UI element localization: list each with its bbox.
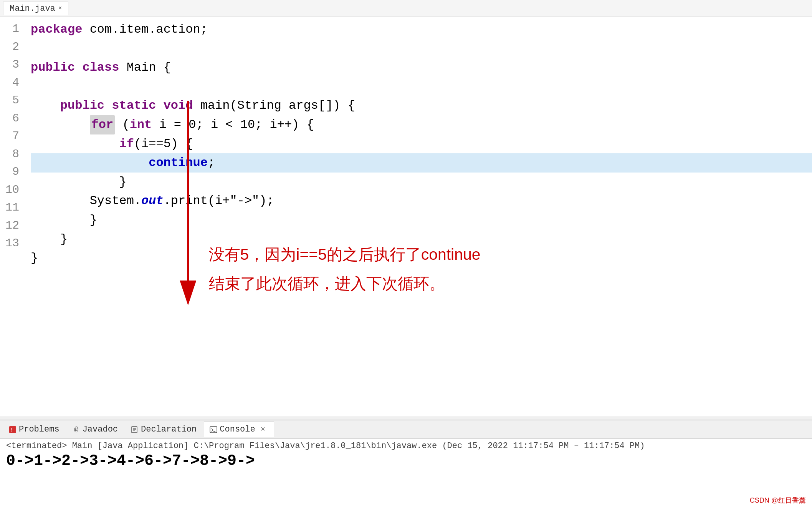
main-java-tab[interactable]: Main.java × — [3, 2, 68, 15]
code-line-2 — [31, 39, 812, 58]
code-editor: 1 2 3 4 5◦ 6 7 8 9 10 11 12 13 package c… — [0, 17, 812, 420]
console-output-text: 0->1->2->3->4->6->7->8->9-> — [6, 452, 806, 470]
tab-javadoc-label: Javadoc — [83, 425, 118, 434]
code-line-9: } — [31, 173, 812, 192]
tab-problems-label: Problems — [19, 425, 60, 434]
code-line-1: package com.item.action; — [31, 20, 812, 39]
tab-declaration[interactable]: Declaration — [125, 423, 202, 436]
code-line-3: public class Main { — [31, 58, 812, 77]
line-num-8: 8 — [0, 145, 19, 163]
tab-bar: Main.java × — [0, 0, 812, 17]
code-line-11: } — [31, 211, 812, 230]
keyword-void: void — [164, 96, 193, 115]
credit-text: CSDN @红目香薰 — [750, 496, 806, 505]
line-numbers: 1 2 3 4 5◦ 6 7 8 9 10 11 12 13 — [0, 20, 27, 413]
javadoc-icon: @ — [73, 426, 80, 433]
keyword-for: for — [90, 115, 115, 134]
svg-rect-2 — [9, 426, 16, 433]
bottom-tab-bar: ! Problems @ Javadoc Declaration Console… — [0, 420, 812, 439]
code-area[interactable]: 1 2 3 4 5◦ 6 7 8 9 10 11 12 13 package c… — [0, 17, 812, 417]
horizontal-scrollbar[interactable] — [0, 417, 812, 420]
code-line-12: } — [31, 230, 812, 249]
keyword-continue: continue — [149, 153, 208, 173]
tab-console[interactable]: Console × — [204, 422, 274, 437]
tab-console-label: Console — [220, 425, 255, 434]
line-num-4: 4 — [0, 74, 19, 92]
code-line-8: continue; — [31, 153, 812, 173]
console-close-button[interactable]: × — [258, 423, 268, 435]
code-line-5: public static void main(String args[]) { — [31, 96, 812, 115]
code-line-4 — [31, 77, 812, 96]
svg-text:!: ! — [11, 427, 12, 433]
line-num-6: 6 — [0, 110, 19, 128]
code-line-7: if(i==5) { — [31, 134, 812, 154]
annotation-text-2: 结束了此次循环，进入下次循环。 — [209, 275, 445, 292]
tab-problems[interactable]: ! Problems — [3, 423, 65, 436]
line-num-9: 9 — [0, 163, 19, 181]
line-num-5: 5◦ — [0, 91, 19, 110]
code-line-10: System.out.print(i+"->"); — [31, 191, 812, 211]
keyword-static: static — [112, 96, 156, 115]
line-num-10: 10 — [0, 181, 19, 199]
line-num-1: 1 — [0, 20, 19, 38]
line-num-2: 2 — [0, 38, 19, 56]
console-content: <terminated> Main [Java Application] C:\… — [0, 439, 812, 472]
keyword-int: int — [130, 115, 152, 134]
problems-icon: ! — [9, 426, 17, 433]
keyword-out: out — [141, 191, 164, 211]
declaration-icon — [131, 426, 139, 433]
keyword-if: if — [119, 134, 134, 154]
keyword-package: package — [31, 20, 82, 39]
console-terminated-text: <terminated> Main [Java Application] C:\… — [6, 441, 806, 451]
bottom-panel: ! Problems @ Javadoc Declaration Console… — [0, 420, 812, 508]
tab-declaration-label: Declaration — [141, 425, 197, 434]
line-num-11: 11 — [0, 199, 19, 217]
keyword-public-1: public — [31, 58, 75, 77]
console-icon — [210, 426, 217, 433]
line-num-12: 12 — [0, 217, 19, 235]
line-num-7: 7 — [0, 127, 19, 145]
code-line-6: for (int i = 0; i < 10; i++) { — [31, 115, 812, 134]
keyword-public-2: public — [60, 96, 104, 115]
tab-close-button[interactable]: × — [58, 5, 62, 12]
code-content[interactable]: package com.item.action; public class Ma… — [27, 20, 812, 413]
keyword-class: class — [82, 58, 119, 77]
line-num-13: 13 — [0, 234, 19, 252]
code-line-13: } — [31, 249, 812, 268]
line-num-3: 3 — [0, 56, 19, 74]
tab-label: Main.java — [10, 4, 55, 13]
tab-javadoc[interactable]: @ Javadoc — [67, 423, 124, 436]
